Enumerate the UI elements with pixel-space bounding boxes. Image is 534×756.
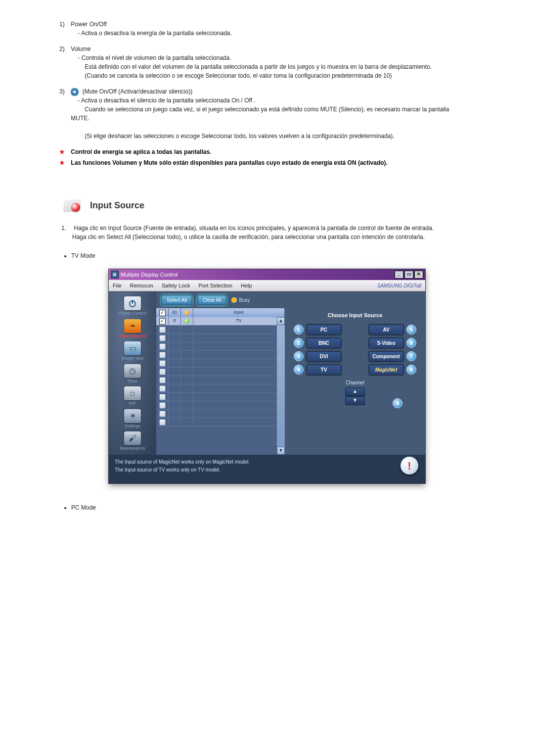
window-minimize-button[interactable]: _	[395, 271, 403, 279]
grid-row-empty[interactable]	[156, 359, 285, 368]
status-dot-icon	[184, 319, 189, 324]
sidebar-item-image-size[interactable]: ▭ Image Size	[112, 341, 153, 362]
mdc-window: ▦ Multiple Display Control _ ▭ ✕ File Re…	[109, 269, 425, 483]
warning-icon: !	[400, 457, 418, 474]
pip-icon: ◻︎	[124, 386, 141, 400]
item-3-number: 3)	[59, 87, 69, 96]
grid-row-empty[interactable]	[156, 351, 285, 359]
app-icon: ▦	[111, 271, 119, 279]
grid-scrollbar[interactable]: ▲ ▼	[277, 317, 285, 455]
sidebar-label-power: Power Control	[112, 310, 153, 317]
note-2-text: Las funciones Volumen y Mute sólo están …	[71, 159, 388, 166]
row-checkbox[interactable]: ✓	[159, 318, 166, 325]
channel-down-button[interactable]: ▼	[345, 396, 365, 405]
image-size-icon: ▭	[124, 341, 141, 355]
brand-label: SAMSUNG DIGITall	[377, 282, 421, 289]
footer-line-2: The Input source of TV works only on TV …	[115, 466, 419, 473]
item-2-line-2: (Cuando se cancela la selección o se esc…	[85, 72, 392, 79]
item-3-line-3: (Si elige deshacer las selecciones o esc…	[85, 133, 394, 140]
item-3-line-1: Cuando se selecciona un juego cada vez, …	[71, 106, 449, 122]
menu-help[interactable]: Help	[241, 283, 252, 288]
power-icon	[124, 296, 141, 310]
source-component-button[interactable]: Component	[369, 351, 403, 362]
busy-indicator-icon	[231, 297, 237, 303]
item-1-title: Power On/Off	[71, 21, 106, 28]
sidebar-item-settings[interactable]: ✶ Settings	[112, 409, 153, 430]
grid-header-status	[181, 308, 193, 317]
mute-icon	[71, 88, 79, 96]
source-av-button[interactable]: AV	[369, 325, 403, 335]
intro-p2: Haga clic en Select All (Seleccionar tod…	[72, 234, 425, 240]
item-3-mute-label: (Mute On/Off (Activar/desactivar silenci…	[83, 88, 193, 95]
scroll-up-button[interactable]: ▲	[277, 317, 285, 325]
source-magicnet-button[interactable]: MagicNet	[369, 365, 403, 375]
section-heading: Input Source	[90, 199, 144, 212]
menu-remocon[interactable]: Remocon	[130, 283, 153, 288]
window-close-button[interactable]: ✕	[414, 271, 423, 279]
channel-up-button[interactable]: ▲	[345, 387, 365, 396]
item-2-title: Volume	[71, 46, 90, 52]
sidebar-label-time: Time	[112, 378, 153, 385]
grid-header-input: Input	[193, 308, 285, 317]
source-bnc-button[interactable]: BNC	[307, 338, 341, 348]
grid-row-0[interactable]: ✓ 0 TV	[156, 317, 285, 326]
callout-5: 5	[406, 325, 416, 334]
choose-input-title: Choose Input Source	[292, 311, 418, 320]
footer-line-1: The Input source of MagicNet works only …	[115, 458, 419, 466]
callout-9: 9	[393, 398, 402, 408]
row-id: 0	[169, 317, 181, 326]
grid-row-empty[interactable]	[156, 334, 285, 342]
sidebar-item-time[interactable]: ◷ Time	[112, 364, 153, 385]
menu-file[interactable]: File	[113, 283, 122, 288]
grid-header-id: ID	[169, 308, 181, 317]
sidebar-label-maintenance: Maintenance	[112, 445, 153, 452]
window-maximize-button[interactable]: ▭	[404, 271, 413, 279]
menu-port-selection[interactable]: Port Selection	[198, 283, 232, 288]
source-svideo-button[interactable]: S-Video	[369, 338, 403, 348]
item-1-line-0: - Activa o desactiva la energía de la pa…	[78, 30, 232, 37]
callout-1: 1	[294, 325, 304, 334]
bullet-pc-mode: PC Mode	[71, 503, 475, 512]
sidebar-item-power-control[interactable]: Power Control	[112, 296, 153, 317]
callout-6: 6	[406, 338, 416, 348]
grid-row-empty[interactable]	[156, 342, 285, 351]
time-icon: ◷	[124, 364, 141, 378]
sidebar-label-input: Input Source	[112, 333, 153, 340]
source-pc-button[interactable]: PC	[307, 325, 341, 335]
note-star-icon: ★	[59, 147, 66, 156]
item-2-number: 2)	[59, 45, 69, 53]
sidebar-label-pip: PIP	[112, 400, 153, 407]
sidebar-label-settings: Settings	[112, 423, 153, 430]
source-tv-button[interactable]: TV	[307, 365, 341, 375]
callout-7: 7	[406, 351, 416, 361]
grid-row-empty[interactable]	[156, 410, 285, 418]
input-source-icon: ⬌	[124, 319, 141, 333]
sidebar-item-pip[interactable]: ◻︎ PIP	[112, 386, 153, 407]
note-1-text: Control de energía se aplica a todas las…	[71, 148, 211, 155]
select-all-button[interactable]: Select All	[161, 295, 192, 305]
maintenance-icon: 🖌	[124, 431, 141, 445]
channel-label: Channel	[292, 379, 418, 386]
busy-label: Busy	[239, 296, 250, 304]
scroll-down-button[interactable]: ▼	[277, 447, 285, 455]
settings-icon: ✶	[124, 409, 141, 423]
callout-2: 2	[294, 338, 304, 348]
item-2-line-0: - Controla el nivel de volumen de la pan…	[78, 54, 231, 61]
grid-row-empty[interactable]	[156, 418, 285, 426]
sidebar-item-input-source[interactable]: ⬌ Input Source	[112, 319, 153, 340]
clear-all-button[interactable]: Clear All	[197, 295, 226, 305]
grid-row-empty[interactable]	[156, 384, 285, 393]
intro-number: 1.	[61, 224, 72, 233]
bullet-tv-mode: TV Mode	[71, 251, 475, 260]
grid-row-empty[interactable]	[156, 326, 285, 334]
source-dvi-button[interactable]: DVI	[307, 351, 341, 362]
callout-8: 8	[406, 365, 416, 375]
grid-row-empty[interactable]	[156, 393, 285, 401]
grid-row-empty[interactable]	[156, 368, 285, 376]
grid-header-checkbox[interactable]: ✓	[156, 308, 169, 317]
sidebar-item-maintenance[interactable]: 🖌 Maintenance	[112, 431, 153, 452]
grid-row-empty[interactable]	[156, 401, 285, 410]
section-heading-icon	[59, 197, 85, 214]
menu-safety-lock[interactable]: Safety Lock	[162, 283, 190, 288]
grid-row-empty[interactable]	[156, 376, 285, 384]
